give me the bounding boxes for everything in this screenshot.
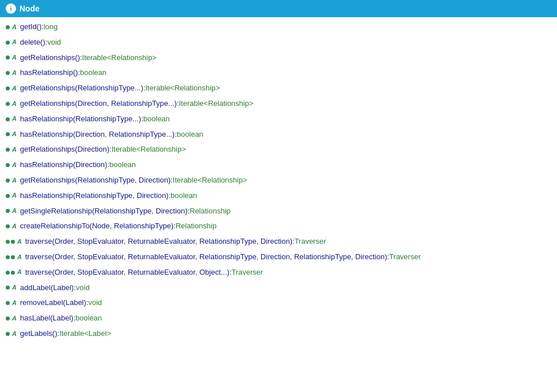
method-row[interactable]: AgetRelationships(Direction, Relationshi… (0, 96, 557, 112)
method-signature[interactable]: traverse(Order, StopEvaluator, Returnabl… (25, 267, 263, 279)
method-row[interactable]: AhasRelationship(RelationshipType...) : … (0, 112, 557, 127)
method-row[interactable]: AgetRelationships(RelationshipType...) :… (0, 81, 557, 96)
access-modifier-badge: A (12, 176, 17, 186)
method-signature[interactable]: hasRelationship(RelationshipType, Direct… (20, 190, 197, 202)
access-modifier-badge: A (12, 221, 17, 232)
method-signature[interactable]: hasRelationship(Direction) : boolean (20, 159, 136, 171)
method-signature[interactable]: getRelationships(Direction, Relationship… (20, 98, 254, 110)
method-name: delete() (20, 37, 45, 49)
return-type: void (76, 282, 90, 294)
method-signature[interactable]: hasRelationship(RelationshipType...) : b… (20, 113, 170, 125)
method-visibility-dot (6, 301, 10, 305)
access-modifier-badge: A (12, 22, 17, 33)
return-type: boolean (109, 159, 136, 171)
method-visibility-dot (6, 209, 10, 213)
method-signature[interactable]: removeLabel(Label) : void (20, 297, 102, 309)
method-signature[interactable]: createRelationshipTo(Node, RelationshipT… (20, 220, 216, 232)
method-visibility-dot (6, 163, 10, 167)
method-name: hasRelationship(Direction, RelationshipT… (20, 129, 175, 141)
method-signature[interactable]: delete() : void (20, 37, 61, 49)
method-visibility-dot (6, 117, 10, 121)
method-visibility-dot (6, 132, 10, 136)
method-signature[interactable]: getLabels() : Iterable<Label> (20, 328, 111, 340)
method-row[interactable]: AhasRelationship(Direction, Relationship… (0, 127, 557, 142)
method-name: traverse(Order, StopEvaluator, Returnabl… (25, 236, 293, 248)
return-type: Iterable<Relationship> (173, 175, 247, 187)
method-signature[interactable]: getRelationships() : Iterable<Relationsh… (20, 52, 157, 64)
method-signature[interactable]: addLabel(Label) : void (20, 282, 89, 294)
method-signature[interactable]: getId() : long (20, 21, 58, 33)
access-modifier-badge: A (12, 314, 17, 324)
class-panel: i Node AgetId() : longAdelete() : voidAg… (0, 0, 557, 344)
access-modifier-badge: A (12, 329, 17, 339)
method-name: getLabels() (20, 328, 57, 340)
method-signature[interactable]: getRelationships(RelationshipType...) : … (20, 82, 220, 94)
method-signature[interactable]: hasRelationship(Direction, RelationshipT… (20, 129, 203, 141)
method-name: hasRelationship(RelationshipType, Direct… (20, 190, 168, 202)
method-row[interactable]: Atraverse(Order, StopEvaluator, Returnab… (0, 234, 557, 250)
method-name: traverse(Order, StopEvaluator, Returnabl… (25, 251, 387, 263)
class-title: Node (19, 4, 39, 13)
return-type: Iterable<Relationship> (112, 144, 186, 156)
method-name: hasRelationship(RelationshipType...) (20, 113, 141, 125)
method-row[interactable]: AhasRelationship() : boolean (0, 65, 557, 81)
method-visibility-dot (6, 41, 10, 45)
method-row[interactable]: AremoveLabel(Label) : void (0, 295, 557, 311)
method-name: removeLabel(Label) (20, 297, 86, 309)
method-signature[interactable]: getRelationships(RelationshipType, Direc… (20, 175, 247, 187)
method-row[interactable]: AgetRelationships(RelationshipType, Dire… (0, 173, 557, 188)
method-visibility-dot (6, 240, 15, 244)
method-visibility-dot (6, 56, 10, 60)
access-modifier-badge: A (12, 68, 17, 78)
method-row[interactable]: AgetRelationships(Direction) : Iterable<… (0, 142, 557, 157)
method-row[interactable]: AhasRelationship(RelationshipType, Direc… (0, 188, 557, 204)
method-row[interactable]: AgetId() : long (0, 19, 557, 35)
method-signature[interactable]: getSingleRelationship(RelationshipType, … (20, 205, 231, 217)
method-visibility-dot (6, 255, 15, 259)
access-modifier-badge: A (12, 298, 17, 308)
method-name: hasRelationship() (20, 67, 78, 79)
method-signature[interactable]: getRelationships(Direction) : Iterable<R… (20, 144, 186, 156)
method-row[interactable]: AgetLabels() : Iterable<Label> (0, 326, 557, 342)
return-type: Iterable<Relationship> (145, 82, 220, 94)
method-signature[interactable]: hasLabel(Label) : boolean (20, 312, 102, 324)
return-type: boolean (171, 190, 197, 202)
return-type: boolean (80, 67, 106, 79)
return-type: Relationship (176, 220, 217, 232)
access-modifier-badge: A (12, 37, 17, 47)
method-name: getRelationships() (20, 52, 80, 64)
method-row[interactable]: Adelete() : void (0, 35, 557, 50)
method-visibility-dot (6, 194, 10, 198)
method-visibility-dot (6, 271, 15, 275)
method-signature[interactable]: traverse(Order, StopEvaluator, Returnabl… (25, 236, 326, 248)
method-row[interactable]: AaddLabel(Label) : void (0, 280, 557, 296)
access-modifier-badge: A (17, 252, 22, 263)
method-visibility-dot (6, 332, 10, 336)
method-row[interactable]: AgetRelationships() : Iterable<Relations… (0, 50, 557, 66)
return-type: Relationship (189, 205, 231, 217)
class-icon: i (6, 3, 16, 14)
return-type: Traverser (389, 251, 421, 263)
return-type: boolean (143, 113, 169, 125)
method-row[interactable]: Atraverse(Order, StopEvaluator, Returnab… (0, 250, 557, 265)
access-modifier-badge: A (12, 191, 17, 201)
method-name: getRelationships(Direction) (20, 144, 109, 156)
method-row[interactable]: Atraverse(Order, StopEvaluator, Returnab… (0, 265, 557, 280)
method-visibility-dot (6, 286, 10, 290)
access-modifier-badge: A (12, 99, 17, 109)
return-type: void (88, 297, 102, 309)
method-signature[interactable]: hasRelationship() : boolean (20, 67, 106, 79)
method-row[interactable]: AcreateRelationshipTo(Node, Relationship… (0, 219, 557, 234)
method-row[interactable]: AhasLabel(Label) : boolean (0, 311, 557, 326)
return-type: boolean (76, 312, 102, 324)
method-name: getRelationships(RelationshipType...) (20, 82, 143, 94)
method-visibility-dot (6, 86, 10, 90)
method-signature[interactable]: traverse(Order, StopEvaluator, Returnabl… (25, 251, 421, 263)
method-row[interactable]: AhasRelationship(Direction) : boolean (0, 157, 557, 173)
method-visibility-dot (6, 316, 10, 320)
access-modifier-badge: A (12, 283, 17, 293)
method-visibility-dot (6, 71, 10, 75)
return-type: boolean (177, 129, 203, 141)
method-row[interactable]: AgetSingleRelationship(RelationshipType,… (0, 204, 557, 219)
title-bar: i Node (0, 0, 557, 17)
